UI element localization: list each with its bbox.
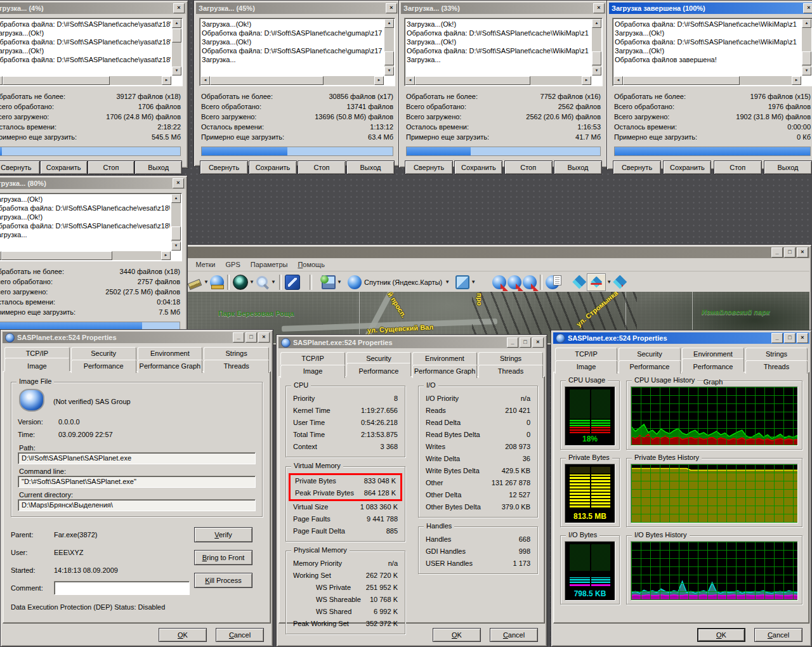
minimize-icon[interactable]: _ [771,247,783,258]
maximize-icon[interactable]: □ [784,247,796,258]
tab-image[interactable]: Image [555,360,617,374]
close-icon[interactable]: × [797,333,808,343]
selection-rect-icon[interactable] [492,275,506,289]
close-icon[interactable]: × [803,3,812,13]
title-bar[interactable]: Загрузка... (4%) × [0,3,186,14]
dropdown-arrow-icon[interactable]: ▼ [336,279,343,285]
gps-disconnect-icon[interactable] [613,275,627,289]
gps-track-button[interactable] [587,273,606,291]
stop-button[interactable]: Стоп [714,160,762,174]
tab-security[interactable]: Security [71,347,136,360]
maximize-icon[interactable]: □ [784,333,796,343]
title-bar[interactable]: Загрузка... (80%) × [0,178,185,189]
scrollbar-thumb[interactable] [623,76,740,85]
stop-button[interactable]: Стоп [504,160,553,174]
exit-button[interactable]: Выход [554,160,602,174]
internet-cache-icon[interactable] [322,275,336,289]
selection-manager-icon[interactable] [546,275,560,289]
horizontal-scrollbar[interactable]: ◄ ► [405,76,591,85]
minimize-button[interactable]: Свернуть [200,160,248,174]
dropdown-arrow-icon[interactable]: ▼ [270,279,277,285]
stop-button[interactable]: Стоп [88,160,135,174]
stop-button[interactable]: Стоп [298,160,346,174]
tab-performance[interactable]: Performance [346,363,411,376]
layers-icon[interactable] [455,275,469,289]
tab-performance-graph[interactable]: Performance Graph [138,360,203,373]
scroll-right-icon[interactable]: ► [161,251,171,260]
ok-button[interactable]: OK [697,628,745,642]
tab-environment[interactable]: Environment [412,352,477,365]
title-bar[interactable]: SASPlanet.exe:524 Properties _ □ × [553,332,809,344]
scroll-up-icon[interactable]: ▲ [384,19,394,28]
maximize-icon[interactable]: □ [520,337,531,348]
gps-connect-icon[interactable] [572,275,586,289]
scrollbar-thumb[interactable] [3,76,110,85]
tab-threads[interactable]: Threads [478,365,543,378]
exit-button[interactable]: Выход [346,160,395,174]
minimize-icon[interactable]: _ [233,332,244,343]
scroll-down-icon[interactable]: ▼ [802,67,811,75]
dropdown-arrow-icon[interactable]: ▼ [249,279,255,285]
close-icon[interactable]: × [593,3,605,13]
tab-environment[interactable]: Environment [138,347,203,360]
tab-performance[interactable]: Performance [619,360,681,374]
exit-button[interactable]: Выход [764,160,812,174]
scroll-up-icon[interactable]: ▲ [172,19,181,28]
tab-performance-graph[interactable]: Performance Graph [412,365,477,378]
scrollbar-thumb[interactable] [592,51,601,65]
minimize-button[interactable]: Свернуть [0,160,40,174]
scrollbar-thumb[interactable] [210,76,324,85]
title-bar[interactable]: Загрузка завершена (100%) × [609,3,812,14]
tab-image[interactable]: Image [4,358,70,371]
close-icon[interactable]: × [532,337,544,348]
tab-strings[interactable]: Strings [478,352,543,365]
vertical-scrollbar[interactable]: ▲ ▼ [172,19,181,75]
menu-marks[interactable]: Метки [190,261,220,268]
dropdown-arrow-icon[interactable]: ▼ [470,279,476,285]
dropdown-arrow-icon[interactable]: ▼ [444,279,450,285]
save-button[interactable]: Сохранить [249,160,297,174]
save-button[interactable]: Сохранить [40,160,88,174]
map-type-icon[interactable] [348,275,362,289]
title-bar[interactable]: Загрузка... (45%) × [196,3,398,14]
title-bar[interactable]: SASPlanet.exe:524 Properties _ □ × [3,332,271,343]
ruler-icon[interactable] [188,278,202,290]
save-button[interactable]: Сохранить [454,160,502,174]
scrollbar-thumb[interactable] [1,251,112,260]
scroll-down-icon[interactable]: ▼ [384,67,394,75]
scrollbar-thumb[interactable] [802,51,811,65]
selection-coords-icon[interactable] [523,275,537,289]
scroll-down-icon[interactable]: ▼ [172,67,181,75]
bring-to-front-button[interactable]: Bring to Front [194,550,252,565]
vertical-scrollbar[interactable]: ▲ ▼ [592,19,601,75]
tab-performance-graph[interactable]: Performance Graph [682,358,744,372]
scroll-right-icon[interactable]: ► [374,76,384,85]
vertical-scrollbar[interactable]: ▲ ▼ [171,194,181,251]
horizontal-scrollbar[interactable]: ◄ ► [0,251,171,260]
scroll-right-icon[interactable]: ► [582,76,591,85]
horizontal-scrollbar[interactable]: ◄ ► [0,76,171,85]
close-icon[interactable]: × [258,332,270,343]
minimize-button[interactable]: Свернуть [405,160,453,174]
map-type-combo[interactable]: Спутник (Яндекс.Карты) [364,278,442,286]
exit-button[interactable]: Выход [134,160,182,174]
scrollbar-thumb[interactable] [415,76,530,85]
comment-input[interactable] [54,581,190,595]
close-icon[interactable]: × [173,178,184,188]
close-icon[interactable]: × [173,3,185,13]
path-field[interactable]: D:\#Soft\SASPlanet\SASPlanet.exe [18,452,256,464]
command-line-field[interactable]: "D:\#Soft\SASPlanet\SASPlanet.exe" [18,476,256,488]
title-bar[interactable]: Загрузка... (33%) × [401,3,606,14]
verify-button[interactable]: Verify [194,527,252,542]
scrollbar-thumb[interactable] [171,226,181,240]
close-icon[interactable]: × [797,247,808,258]
tab-security[interactable]: Security [619,348,681,360]
minimize-button[interactable]: Свернуть [613,160,661,174]
scroll-right-icon[interactable]: ► [792,76,801,85]
vertical-scrollbar[interactable]: ▲ ▼ [384,19,394,75]
selection-poly-icon[interactable] [508,275,521,289]
dropdown-arrow-icon[interactable]: ▼ [203,279,209,285]
vertical-scrollbar[interactable]: ▲ ▼ [802,19,811,75]
ok-button[interactable]: OK [159,628,207,642]
cancel-button[interactable]: Cancel [754,628,802,642]
